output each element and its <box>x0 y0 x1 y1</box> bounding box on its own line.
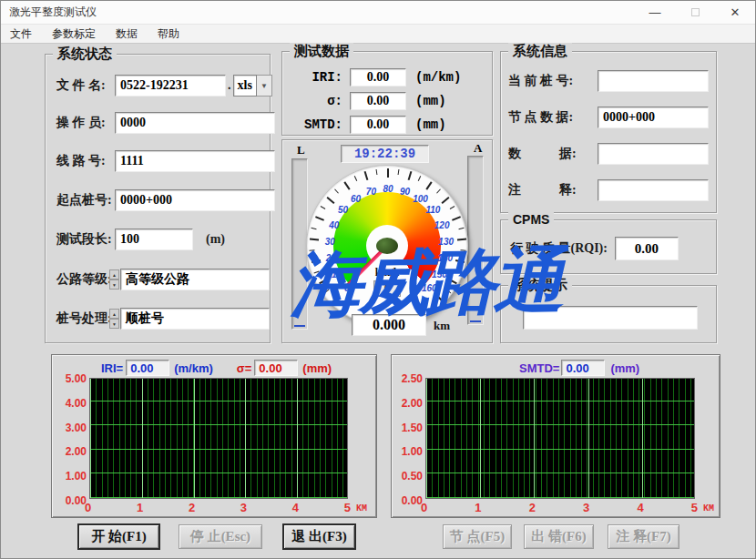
right-level-fill <box>470 320 481 322</box>
left-bar-label: L <box>297 143 305 158</box>
operator-label: 操 作 员: <box>56 115 115 131</box>
gauge-tick-mark <box>425 181 432 189</box>
road-grade-label: 公路等级: <box>56 271 109 288</box>
file-ext-dot: . <box>228 78 231 93</box>
app-window: 激光平整度测试仪 — ✕ 文件 参数标定 数据 帮助 系统状态 文 件 名: 0… <box>0 0 756 559</box>
error-button[interactable]: 出 错(F6) <box>524 524 594 549</box>
menu-help[interactable]: 帮助 <box>158 26 179 42</box>
line-number-input[interactable]: 1111 <box>115 150 275 172</box>
gauge-tick-label: 80 <box>383 184 393 194</box>
menu-data[interactable]: 数据 <box>116 26 138 42</box>
segment-length-input[interactable]: 100 <box>115 229 193 250</box>
node-button[interactable]: 节 点(F5) <box>443 524 512 549</box>
sigma-label: σ: <box>282 94 342 108</box>
smtd-chart-x-axis: 012345 <box>421 501 698 514</box>
distance-unit-label: km <box>434 319 450 333</box>
maximize-button[interactable] <box>675 1 715 24</box>
gauge-tick-mark <box>324 290 329 293</box>
cpms-panel: CPMS 行 驶 质 量(RQI): 0.00 <box>500 219 717 274</box>
distance-display: 0.000 <box>352 314 426 336</box>
close-button[interactable]: ✕ <box>715 1 755 24</box>
gauge-tick-mark <box>436 295 444 302</box>
x-tick-label: 0 <box>85 501 91 514</box>
x-tick-label: 1 <box>137 501 143 514</box>
exit-button[interactable]: 退 出(F3) <box>283 524 355 549</box>
operator-input[interactable]: 0000 <box>115 112 275 134</box>
y-tick-label: 2.00 <box>66 445 87 458</box>
system-info-title: 系统信息 <box>508 43 572 59</box>
road-grade-input[interactable]: 高等级公路 <box>120 269 270 290</box>
gauge-tick-mark <box>398 169 400 175</box>
gauge-tick-mark <box>456 270 462 273</box>
stake-mode-spinner[interactable]: ▲▼ <box>109 309 119 329</box>
data-label: 数 据: <box>508 146 598 162</box>
gauge-tick-mark <box>418 176 421 181</box>
iri-label: IRI: <box>282 70 342 85</box>
node-data-input[interactable]: 0000+000 <box>598 107 709 128</box>
menu-calibration[interactable]: 参数标定 <box>52 26 96 42</box>
data-input[interactable] <box>598 143 709 165</box>
gauge-tick-label: 160 <box>422 283 437 293</box>
iri-series-label: IRI= <box>101 361 123 375</box>
spinner-up-icon[interactable]: ▲ <box>109 269 119 280</box>
file-name-input[interactable]: 0522-192231 <box>115 75 226 97</box>
stop-button[interactable]: 停 止(Esc) <box>179 524 262 549</box>
file-ext-value: xls <box>233 75 257 97</box>
x-tick-label: 3 <box>240 501 247 514</box>
comment-input[interactable] <box>598 179 709 201</box>
window-title: 激光平整度测试仪 <box>1 5 97 20</box>
road-grade-spinner[interactable]: ▲▼ <box>109 269 119 290</box>
stake-mode-input[interactable]: 顺桩号 <box>120 308 270 330</box>
minimize-icon: — <box>649 5 661 19</box>
chevron-down-icon[interactable]: ▼ <box>257 75 272 97</box>
system-prompt-title: 系统提示 <box>508 277 572 293</box>
gauge-tick-label: 90 <box>400 186 410 196</box>
smtd-chart-plot <box>425 378 695 499</box>
x-tick-label: 5 <box>691 501 698 514</box>
current-stake-label: 当 前 桩 号: <box>508 73 598 89</box>
smtd-chart-header: SMTD= 0.00 (mm) <box>392 359 720 377</box>
current-stake-input[interactable] <box>598 70 709 92</box>
gauge-tick-mark <box>334 188 339 193</box>
x-tick-label: 0 <box>421 501 427 514</box>
speed-digital-value: 0 <box>373 280 401 297</box>
start-button[interactable]: 开 始(F1) <box>78 524 159 549</box>
x-tick-label: 4 <box>637 501 643 514</box>
gauge-tick-label: 40 <box>329 219 339 229</box>
iri-unit: (m/km) <box>415 70 461 85</box>
gauge-tick-mark <box>319 279 328 284</box>
y-tick-label: 0.50 <box>402 470 423 483</box>
menu-file[interactable]: 文件 <box>10 26 32 42</box>
gauge-tick-mark <box>458 228 464 229</box>
gauge-tick-mark <box>353 176 356 181</box>
gauge-tick-label: 130 <box>438 236 454 246</box>
gauge-tick-mark <box>311 259 320 263</box>
x-tick-label: 4 <box>292 501 299 514</box>
minimize-button[interactable]: — <box>635 1 675 24</box>
spinner-up-icon[interactable]: ▲ <box>109 309 119 319</box>
test-data-panel: 测试数据 IRI: 0.00 (m/km) σ: 0.00 (mm) SMTD:… <box>281 51 493 136</box>
x-tick-label: 3 <box>583 501 589 514</box>
line-number-label: 线 路 号: <box>56 153 115 169</box>
gauge-tick-mark <box>375 169 377 175</box>
start-stake-input[interactable]: 0000+000 <box>115 189 275 211</box>
gauge-tick-label: 110 <box>425 205 440 215</box>
stake-mode-label: 桩号处理: <box>56 310 109 327</box>
gauge-hub <box>376 238 398 254</box>
spinner-down-icon[interactable]: ▼ <box>109 280 119 290</box>
sigma-series-label: σ= <box>237 361 252 375</box>
y-tick-label: 5.00 <box>66 372 87 385</box>
iri-sigma-chart-header: IRI= 0.00 (m/km) σ= 0.00 (mm) <box>52 359 376 377</box>
gauge-tick-mark <box>312 228 317 229</box>
smtd-series-label: SMTD= <box>519 361 559 375</box>
system-prompt-input[interactable] <box>523 306 698 330</box>
y-tick-label: 0.00 <box>402 494 423 507</box>
spinner-down-icon[interactable]: ▼ <box>109 319 119 329</box>
gauge-tick-mark <box>310 239 319 241</box>
maximize-icon <box>691 8 700 16</box>
file-ext-combo[interactable]: xls ▼ <box>233 75 272 97</box>
gauge-tick-mark <box>436 188 441 193</box>
right-bar-label: A <box>474 141 482 156</box>
x-tick-label: 5 <box>344 501 351 514</box>
annotate-button[interactable]: 注 释(F7) <box>608 524 679 549</box>
